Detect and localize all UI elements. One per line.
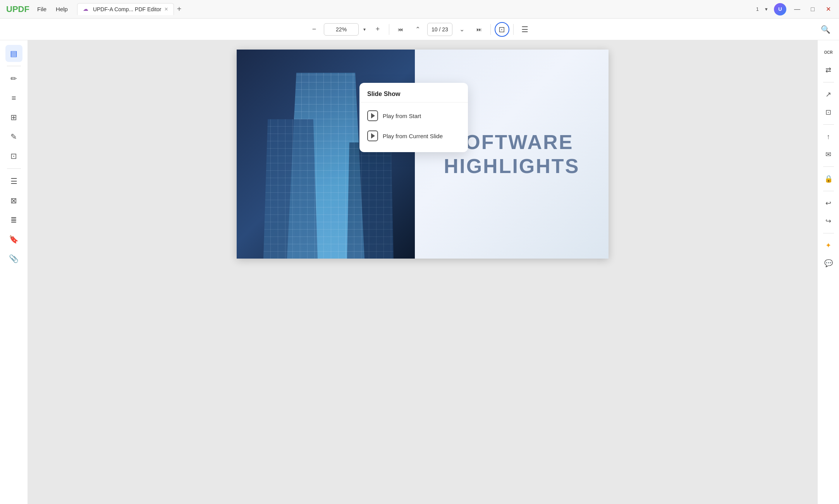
avatar[interactable]: U (774, 3, 786, 15)
ocr-icon[interactable]: OCR (821, 45, 836, 60)
convert-icon[interactable]: ⇄ (821, 63, 836, 77)
sidebar-icon-list[interactable]: ≡ (5, 89, 22, 106)
next-page-button[interactable]: ⌄ (455, 22, 469, 37)
add-tab-button[interactable]: + (177, 5, 182, 14)
slideshow-dropdown: Slide Show Play from Start Play from Cur… (359, 83, 468, 152)
sidebar-icon-edit[interactable]: ✎ (5, 128, 22, 145)
building-left (263, 119, 318, 259)
dropdown-icon: ▾ (765, 6, 768, 12)
page-display: 10 / 23 (427, 23, 452, 36)
cloud-icon: ☁ (83, 6, 90, 13)
undo-icon[interactable]: ↩ (821, 196, 836, 211)
toolbar: − ▾ + ⏮ ⌃ 10 / 23 ⌄ ⏭ ⊡ ☰ 🔍 (0, 19, 839, 40)
send-icon[interactable]: ✉ (821, 147, 836, 162)
first-page-button[interactable]: ⏮ (393, 22, 408, 37)
title-bar: UPDF File Help ☁ UPDF-A Comp... PDF Edit… (0, 0, 839, 19)
zoom-in-button[interactable]: + (370, 22, 385, 37)
right-divider-2 (823, 124, 834, 125)
toolbar-divider-3 (513, 24, 514, 35)
sidebar-divider-1 (7, 66, 21, 66)
sidebar-icon-compare[interactable]: ≣ (5, 211, 22, 228)
play-triangle-2 (371, 133, 375, 139)
slide-content: SOFTWARE HIGHLIGHTS (415, 50, 609, 259)
right-divider-3 (823, 166, 834, 167)
share-icon[interactable]: ↑ (821, 129, 836, 144)
help-menu[interactable]: Help (56, 6, 68, 12)
prev-page-button[interactable]: ⌃ (410, 22, 425, 37)
thumbnails-button[interactable]: ☰ (517, 22, 532, 37)
toolbar-divider-1 (389, 24, 389, 35)
sidebar-icon-grid[interactable]: ⊞ (5, 109, 22, 126)
page-number-label: 10 / 23 (432, 26, 448, 33)
tab-count-label: 1 (756, 6, 759, 12)
ai-icon[interactable]: ✦ (821, 238, 836, 253)
content-area: SOFTWARE HIGHLIGHTS Slide Show Play from… (28, 40, 817, 504)
zoom-input[interactable] (324, 23, 359, 36)
menu-bar: File Help (37, 6, 68, 12)
play-from-start-label: Play from Start (383, 113, 421, 119)
play-from-current-item[interactable]: Play from Current Slide (359, 126, 468, 146)
right-sidebar: OCR ⇄ ↗ ⊡ ↑ ✉ 🔒 ↩ ↪ ✦ 💬 (817, 40, 839, 504)
sidebar-icon-pages[interactable]: ⊠ (5, 192, 22, 209)
sidebar-icon-annotate[interactable]: ✏ (5, 70, 22, 87)
sidebar-divider-2 (7, 168, 21, 169)
tab-label: UPDF-A Comp... PDF Editor (93, 6, 162, 12)
right-divider-5 (823, 233, 834, 233)
redo-icon[interactable]: ↪ (821, 214, 836, 228)
window-controls: 1 ▾ U — □ ✕ (756, 3, 833, 15)
pdf-slide: SOFTWARE HIGHLIGHTS (237, 50, 609, 259)
chat-icon[interactable]: 💬 (821, 256, 836, 271)
maximize-button[interactable]: □ (808, 5, 817, 14)
building-overlay (237, 50, 415, 259)
toolbar-divider-2 (490, 24, 491, 35)
file-menu[interactable]: File (37, 6, 46, 12)
last-page-button[interactable]: ⏭ (472, 22, 487, 37)
sidebar-icon-forms[interactable]: ☰ (5, 173, 22, 190)
minimize-button[interactable]: — (793, 5, 802, 14)
tab-close-button[interactable]: × (165, 6, 168, 13)
extract-icon[interactable]: ↗ (821, 87, 836, 102)
compress-icon[interactable]: ⊡ (821, 105, 836, 120)
slide-image (237, 50, 415, 259)
tab-item[interactable]: ☁ UPDF-A Comp... PDF Editor × (77, 3, 174, 15)
zoom-dropdown-icon[interactable]: ▾ (361, 26, 368, 33)
slideshow-button[interactable]: ⊡ (495, 22, 509, 37)
building-right (347, 142, 394, 259)
slideshow-dropdown-title: Slide Show (359, 89, 468, 103)
play-current-icon (367, 130, 378, 141)
sidebar-icon-crop[interactable]: ⊡ (5, 147, 22, 165)
play-from-current-label: Play from Current Slide (383, 133, 443, 139)
play-triangle-1 (371, 113, 375, 118)
play-from-start-item[interactable]: Play from Start (359, 106, 468, 126)
right-divider-1 (823, 82, 834, 82)
right-divider-4 (823, 191, 834, 191)
sidebar-icon-attach[interactable]: 📎 (5, 250, 22, 267)
search-button[interactable]: 🔍 (818, 22, 833, 37)
play-start-icon (367, 110, 378, 121)
left-sidebar: ▤ ✏ ≡ ⊞ ✎ ⊡ ☰ ⊠ ≣ 🔖 📎 (0, 40, 28, 504)
protect-icon[interactable]: 🔒 (821, 171, 836, 186)
app-logo: UPDF (6, 4, 29, 14)
sidebar-icon-bookmark[interactable]: 🔖 (5, 231, 22, 248)
close-button[interactable]: ✕ (824, 5, 833, 14)
zoom-out-button[interactable]: − (307, 22, 322, 37)
sidebar-icon-reader[interactable]: ▤ (5, 45, 22, 62)
main-layout: ▤ ✏ ≡ ⊞ ✎ ⊡ ☰ ⊠ ≣ 🔖 📎 (0, 40, 839, 504)
